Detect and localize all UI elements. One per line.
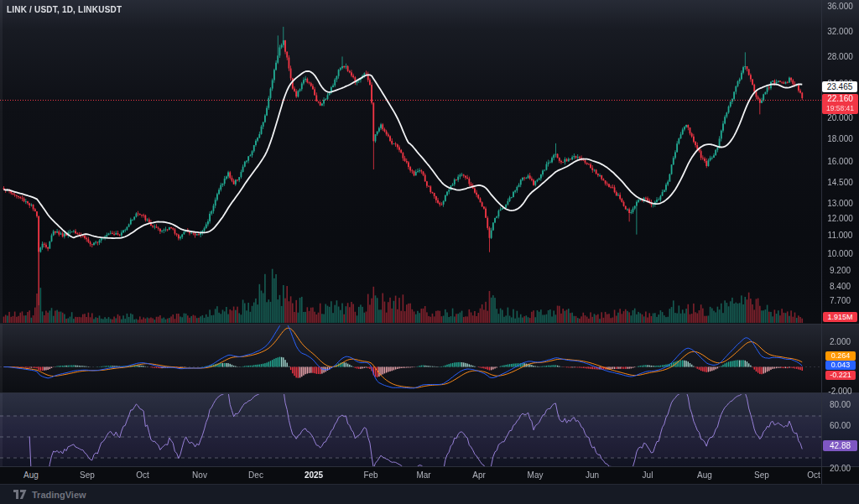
time-tick-label: Dec xyxy=(241,470,271,480)
last-price-value: 22.160 xyxy=(827,94,853,103)
axis-tick-label: 14.500 xyxy=(822,178,858,188)
tradingview-logo[interactable]: TradingView xyxy=(13,489,86,500)
pane-separator-macd[interactable] xyxy=(0,324,859,325)
chart-canvas[interactable] xyxy=(0,0,859,504)
time-tick-label: Aug xyxy=(16,470,46,480)
time-tick-label: Apr xyxy=(464,470,494,480)
time-tick-label: Nov xyxy=(185,470,215,480)
axis-tick-label: 9.200 xyxy=(822,266,858,276)
time-tick-label: Oct xyxy=(128,470,158,480)
time-tick-label: Jul xyxy=(633,470,663,480)
time-tick-label: Feb xyxy=(356,470,386,480)
axis-tick-label: 13.000 xyxy=(822,199,858,209)
axis-tick-label: 36.000 xyxy=(822,2,858,12)
time-tick-label: 2025 xyxy=(299,470,329,480)
bar-countdown: 19:58:41 xyxy=(822,104,858,112)
symbol-title[interactable]: LINK / USDT, 1D, LINKUSDT xyxy=(7,5,122,14)
time-tick-label: Aug xyxy=(690,470,720,480)
time-tick-label: Sep xyxy=(747,470,777,480)
last-price-label: 22.160 19:58:41 xyxy=(822,94,858,114)
rsi-value-label: 42.88 xyxy=(823,440,857,451)
axis-tick-label: 28.000 xyxy=(822,52,858,62)
volume-value-label: 1.915M xyxy=(823,312,857,322)
tradingview-chart-window: LINK / USDT, 1D, LINKUSDT 36.00032.00028… xyxy=(0,0,859,504)
axis-tick-label: 11.000 xyxy=(822,231,858,241)
macd-line-label: 0.043 xyxy=(825,361,856,370)
time-axis-separator xyxy=(0,466,859,467)
time-tick-label: Sep xyxy=(72,470,102,480)
axis-tick-label: 16.000 xyxy=(822,157,858,167)
time-tick-label: Oct xyxy=(799,470,829,480)
axis-tick-label: 32.000 xyxy=(822,27,858,37)
axis-tick-label: 7.700 xyxy=(822,296,858,306)
axis-tick-label: 80.00 xyxy=(822,400,858,410)
axis-tick-label: 18.000 xyxy=(822,134,858,144)
axis-tick-label: -2.000 xyxy=(822,387,858,397)
tradingview-logo-icon xyxy=(13,489,27,500)
footer-bar: TradingView xyxy=(0,484,859,504)
axis-tick-label: 20.000 xyxy=(822,113,858,123)
axis-tick-label: 60.00 xyxy=(822,421,858,431)
axis-tick-label: 2.000 xyxy=(822,337,858,347)
pane-separator-rsi[interactable] xyxy=(0,392,859,393)
axis-tick-label: 12.000 xyxy=(822,214,858,224)
macd-signal-label: 0.264 xyxy=(825,351,856,361)
macd-histogram-label: -0.221 xyxy=(825,371,856,380)
time-tick-label: Jun xyxy=(577,470,607,480)
left-edge-strip xyxy=(0,0,3,467)
time-tick-label: Mar xyxy=(409,470,439,480)
axis-tick-label: 10.000 xyxy=(822,249,858,259)
time-tick-label: May xyxy=(520,470,550,480)
tradingview-logo-text: TradingView xyxy=(32,490,86,500)
ma-value-label: 23.465 xyxy=(822,81,857,92)
axis-tick-label: 8.400 xyxy=(822,282,858,292)
price-axis-separator xyxy=(821,0,822,484)
